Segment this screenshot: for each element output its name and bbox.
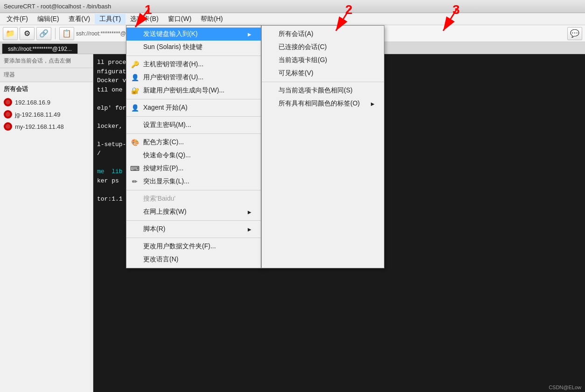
submenu-connected-sessions[interactable]: 已连接的会话(C) xyxy=(262,41,384,54)
new-key-icon: 🔐 xyxy=(130,86,139,95)
menu-bar: 文件(F) 编辑(E) 查看(V) 工具(T) 选项卡(B) 窗口(W) 帮助(… xyxy=(0,13,585,25)
svg-point-0 xyxy=(6,100,10,105)
menu-sep2 xyxy=(126,99,261,99)
highlight-icon: ✏ xyxy=(130,177,139,186)
menu-sep1 xyxy=(126,56,261,56)
session-icon-1 xyxy=(4,98,12,106)
menu-sun-keys[interactable]: Sun (Solaris) 快捷键 xyxy=(126,41,261,54)
same-color-tags-label: 所有具有相同颜色的标签(O) xyxy=(279,99,360,108)
menu-sep7 xyxy=(126,238,261,238)
menu-key-map[interactable]: ⌨ 按键对应(P)... xyxy=(126,162,261,175)
send-keys-submenu: 所有会话(A) 已连接的会话(C) 当前选项卡组(G) 可见标签(V) 与当前选… xyxy=(261,25,384,268)
sun-keys-label: Sun (Solaris) 快捷键 xyxy=(143,43,202,51)
menu-window[interactable]: 窗口(W) xyxy=(163,14,196,24)
menu-sep3 xyxy=(126,116,261,117)
web-search-arrow: ▶ xyxy=(240,210,251,215)
menu-language[interactable]: 更改语言(N) xyxy=(126,253,261,266)
toolbar-btn2[interactable]: ⚙ xyxy=(20,27,35,40)
session-label-2: jg-192.168.11.49 xyxy=(15,111,61,118)
session-label-3: my-192.168.11.48 xyxy=(15,123,64,130)
password-label: 设置主密码(M)... xyxy=(143,121,191,129)
quick-cmd-label: 快速命令集(Q)... xyxy=(143,151,191,160)
visible-labels-label: 可见标签(V) xyxy=(279,69,313,77)
language-label: 更改语言(N) xyxy=(143,255,178,264)
menu-sep5 xyxy=(126,190,261,190)
session-label-1: 192.168.16.9 xyxy=(15,99,50,106)
submenu-same-color[interactable]: 与当前选项卡颜色相同(S) xyxy=(262,84,384,97)
color-icon: 🎨 xyxy=(130,138,139,147)
xagent-label: Xagent 开始(A) xyxy=(143,104,188,112)
highlight-label: 突出显示集(L)... xyxy=(143,177,189,186)
menu-quick-cmd[interactable]: 快速命令集(Q)... xyxy=(126,149,261,162)
submenu-all-sessions[interactable]: 所有会话(A) xyxy=(262,28,384,41)
session-group-label: 所有会话 xyxy=(0,82,93,96)
menu-edit[interactable]: 编辑(E) xyxy=(33,14,64,24)
session-tab-1[interactable]: ssh://root:*********@192... xyxy=(2,43,78,54)
title-text: SecureCRT - root@localhost - /bin/bash xyxy=(4,3,111,10)
menu-sep6 xyxy=(126,220,261,221)
submenu-same-color-tags[interactable]: 所有具有相同颜色的标签(O) ▶ xyxy=(262,97,384,110)
dropdown-container: 发送键盘输入到(K) ▶ Sun (Solaris) 快捷键 🔑 主机密钥管理者… xyxy=(126,25,384,268)
new-key-label: 新建用户密钥生成向导(W)... xyxy=(143,86,224,95)
host-key-label: 主机密钥管理者(H)... xyxy=(143,60,203,69)
chat-btn[interactable]: 💬 xyxy=(567,27,582,40)
toolbar-sep1 xyxy=(55,28,56,39)
svg-point-1 xyxy=(6,112,10,117)
all-sessions-label: 所有会话(A) xyxy=(279,30,313,38)
sidebar-header: 要添加当前会话，点击左侧 xyxy=(0,54,93,68)
web-search-label: 在网上搜索(W) xyxy=(143,208,187,216)
title-bar: SecureCRT - root@localhost - /bin/bash xyxy=(0,0,585,13)
menu-color-scheme[interactable]: 🎨 配色方案(C)... xyxy=(126,136,261,149)
session-icon-2 xyxy=(4,110,12,119)
key-map-icon: ⌨ xyxy=(130,164,139,173)
svg-point-2 xyxy=(6,124,10,129)
menu-host-key[interactable]: 🔑 主机密钥管理者(H)... xyxy=(126,58,261,71)
tools-dropdown: 发送键盘输入到(K) ▶ Sun (Solaris) 快捷键 🔑 主机密钥管理者… xyxy=(126,25,261,268)
user-key-label: 用户密钥管理者(U)... xyxy=(143,73,203,82)
current-tab-group-label: 当前选项卡组(G) xyxy=(279,56,327,64)
submenu-sep1 xyxy=(262,82,384,82)
new-session-btn[interactable]: 📁 xyxy=(3,27,18,40)
session-icon-3 xyxy=(4,122,12,131)
menu-view[interactable]: 查看(V) xyxy=(64,14,95,24)
script-arrow: ▶ xyxy=(240,227,251,232)
submenu-visible-labels[interactable]: 可见标签(V) xyxy=(262,67,384,80)
menu-file[interactable]: 文件(F) xyxy=(2,14,33,24)
menu-user-data[interactable]: 更改用户数据文件夹(F)... xyxy=(126,240,261,253)
menu-highlight[interactable]: ✏ 突出显示集(L)... xyxy=(126,175,261,188)
sidebar-manager-label: 理器 xyxy=(0,68,93,82)
xagent-icon: 👤 xyxy=(130,103,139,112)
menu-new-key[interactable]: 🔐 新建用户密钥生成向导(W)... xyxy=(126,84,261,97)
send-keys-arrow: ▶ xyxy=(240,32,251,37)
menu-web-search[interactable]: 在网上搜索(W) ▶ xyxy=(126,205,261,218)
session-item-2[interactable]: jg-192.168.11.49 xyxy=(0,108,93,120)
app-window: SecureCRT - root@localhost - /bin/bash 文… xyxy=(0,0,585,392)
menu-password[interactable]: 设置主密码(M)... xyxy=(126,119,261,132)
toolbar-btn4[interactable]: 📋 xyxy=(59,27,74,40)
host-key-icon: 🔑 xyxy=(130,60,139,69)
toolbar-btn3[interactable]: 🔗 xyxy=(36,27,51,40)
menu-search-baidu: 搜索'Baidu' xyxy=(126,192,261,205)
user-data-label: 更改用户数据文件夹(F)... xyxy=(143,242,216,251)
color-label: 配色方案(C)... xyxy=(143,138,184,147)
menu-sep4 xyxy=(126,133,261,134)
connected-sessions-label: 已连接的会话(C) xyxy=(279,43,327,51)
menu-script[interactable]: 脚本(R) ▶ xyxy=(126,223,261,236)
sidebar: 要添加当前会话，点击左侧 理器 所有会话 192.168.16.9 jg-192… xyxy=(0,54,93,392)
menu-xagent[interactable]: 👤 Xagent 开始(A) xyxy=(126,101,261,114)
submenu-current-tab-group[interactable]: 当前选项卡组(G) xyxy=(262,54,384,67)
script-label: 脚本(R) xyxy=(143,225,165,233)
session-item-1[interactable]: 192.168.16.9 xyxy=(0,96,93,108)
watermark: CSDN@ELow xyxy=(549,385,581,390)
menu-send-keys[interactable]: 发送键盘输入到(K) ▶ xyxy=(126,28,261,41)
menu-help[interactable]: 帮助(H) xyxy=(196,14,227,24)
same-color-tags-arrow: ▶ xyxy=(363,101,375,106)
session-item-3[interactable]: my-192.168.11.48 xyxy=(0,120,93,133)
send-keys-label: 发送键盘输入到(K) xyxy=(143,30,198,38)
same-color-label: 与当前选项卡颜色相同(S) xyxy=(279,86,353,95)
search-baidu-label: 搜索'Baidu' xyxy=(143,195,175,203)
menu-tools[interactable]: 工具(T) xyxy=(95,14,125,24)
menu-options[interactable]: 选项卡(B) xyxy=(125,14,163,24)
menu-user-key[interactable]: 👤 用户密钥管理者(U)... xyxy=(126,71,261,84)
key-map-label: 按键对应(P)... xyxy=(143,164,183,173)
